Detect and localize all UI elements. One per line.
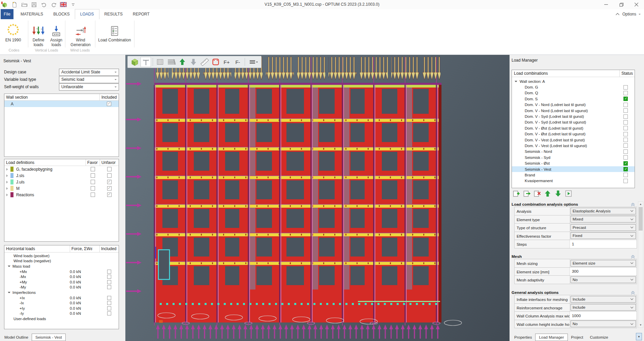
horizontal-load-group-row[interactable]: Imperfections [4, 290, 119, 295]
unfavor-checkbox[interactable] [107, 173, 112, 178]
design-case-select[interactable]: Accidental Limit State [59, 69, 119, 76]
load-definition-row[interactable]: G, facadeopbygning [4, 166, 119, 172]
status-checkbox[interactable] [623, 167, 628, 171]
variable-load-type-select[interactable]: Seismic load [59, 76, 119, 83]
selected-wall-element[interactable] [158, 250, 170, 279]
tab-seismisk-vest[interactable]: Seismisk - Vest [32, 334, 66, 341]
scrollbar-thumb[interactable] [639, 207, 643, 231]
mesh-adaptivity-select[interactable]: No [571, 276, 636, 283]
arrow-down-icon[interactable] [188, 57, 198, 67]
horizontal-load-row[interactable]: +My0.0 kN [4, 279, 119, 285]
status-checkbox[interactable] [623, 138, 628, 142]
included-checkbox[interactable] [107, 270, 111, 274]
combination-group-row[interactable]: Wall section: A [512, 78, 635, 84]
favor-checkbox[interactable] [91, 173, 95, 178]
dimension-toggle-icon[interactable] [141, 57, 151, 67]
font-increase-button[interactable]: F+ [221, 57, 232, 67]
tab-loads[interactable]: LOADS [75, 9, 99, 19]
combination-row[interactable]: Dom. V - Øst (Lodret last til gunst) [512, 125, 635, 131]
ruler-icon[interactable] [199, 57, 210, 67]
favor-checkbox[interactable] [91, 186, 95, 191]
horizontal-load-row[interactable]: +Mx0.0 kN [4, 269, 119, 274]
options-button[interactable]: Options [622, 12, 636, 16]
analysis-select[interactable]: Elastoplastic Analysis [571, 208, 636, 214]
solid-view-cube-icon[interactable] [129, 57, 140, 67]
tab-project[interactable]: Project [568, 334, 587, 341]
expander-icon[interactable] [8, 292, 10, 295]
steps-input[interactable]: 1 [570, 240, 637, 248]
unfavor-checkbox[interactable] [107, 193, 112, 197]
move-up-icon[interactable] [544, 190, 552, 198]
tab-report[interactable]: REPORT [128, 9, 155, 19]
combination-row[interactable]: Brand [512, 172, 635, 178]
combination-row[interactable]: Dom. Q [512, 90, 635, 96]
included-checkbox[interactable] [107, 311, 111, 315]
combination-row[interactable]: Kvasipermanent [512, 178, 635, 184]
wind-generation-button[interactable]: Wind Generation [67, 20, 94, 47]
reinforcement-anchorage-select[interactable]: Include [571, 304, 636, 311]
run-analysis-icon[interactable] [564, 190, 573, 198]
minimize-icon[interactable] [599, 0, 614, 9]
included-checkbox[interactable] [107, 296, 111, 300]
combination-row[interactable]: Dom. V - Syd (Lodret last til ugunst) [512, 120, 635, 125]
assign-loads-button[interactable]: Assign loads [48, 20, 65, 47]
unfavor-checkbox[interactable] [107, 167, 112, 171]
combination-row[interactable]: Dom. V - Vest (Lodret last til gunst) [512, 137, 635, 143]
status-checkbox[interactable] [623, 91, 628, 95]
copy-combination-icon[interactable] [523, 190, 531, 198]
expander-icon[interactable] [6, 181, 9, 183]
status-checkbox[interactable] [623, 126, 628, 130]
expander-icon[interactable] [6, 187, 9, 190]
load-definition-row[interactable]: J.sls [4, 172, 119, 179]
horizontal-load-row[interactable]: -Iy0.0 kN [4, 311, 119, 316]
load-definition-row[interactable]: M [4, 185, 119, 192]
add-combination-icon[interactable] [512, 190, 520, 198]
section-box-icon[interactable] [210, 57, 221, 67]
tab-customize[interactable]: Customize [586, 334, 611, 341]
restore-icon[interactable] [614, 0, 629, 9]
status-checkbox[interactable] [623, 120, 628, 125]
font-decrease-button[interactable]: F- [233, 57, 243, 67]
favor-checkbox[interactable] [91, 167, 95, 171]
combination-row[interactable]: Dom. V - Vest (Lodret last til ugunst) [512, 143, 635, 148]
element-type-select[interactable]: Mixed [571, 216, 636, 223]
horizontal-load-row[interactable]: Wind loads (negative) [4, 259, 119, 264]
status-checkbox[interactable] [623, 161, 628, 166]
self-weight-select[interactable]: Unfavorable [59, 83, 119, 91]
expander-icon[interactable] [8, 266, 10, 268]
status-checkbox[interactable] [623, 179, 628, 183]
model-viewport[interactable]: F+ F- [125, 55, 510, 341]
included-checkbox[interactable] [107, 306, 111, 310]
status-checkbox[interactable] [623, 149, 628, 154]
element-size-input[interactable]: 300 [570, 268, 637, 276]
status-checkbox[interactable] [623, 173, 628, 177]
tab-results[interactable]: RESULTS [99, 9, 128, 19]
collapse-section-icon[interactable] [630, 254, 636, 259]
wall-column-max-width-input[interactable]: 1000 [570, 312, 637, 320]
load-combination-button[interactable]: Load Combination [97, 20, 132, 42]
horizontal-load-group-row[interactable]: Mass load [4, 264, 119, 269]
status-checkbox[interactable] [623, 114, 628, 119]
status-checkbox[interactable] [623, 132, 628, 136]
included-checkbox[interactable] [107, 285, 111, 289]
combination-row[interactable]: Dom. V - Nord (Lodret last til ugunst) [512, 108, 635, 113]
horizontal-load-row[interactable]: Wind loads (positive) [4, 253, 119, 259]
file-menu-button[interactable]: File [1, 9, 13, 19]
options-scrollbar[interactable]: ▲ ▼ [638, 201, 643, 328]
combination-row-selected[interactable]: Seismisk - Vest [512, 166, 635, 172]
move-down-icon[interactable] [554, 190, 562, 198]
tab-blocks[interactable]: BLOCKS [48, 9, 75, 19]
horizontal-load-row[interactable]: +Ix0.0 kN [4, 295, 119, 301]
type-of-structure-select[interactable]: Precast [571, 224, 636, 231]
load-definition-row[interactable]: Reactions [4, 192, 119, 198]
combination-row[interactable]: Seismisk - Øst [512, 160, 635, 166]
unfavor-checkbox[interactable] [107, 180, 112, 184]
horizontal-load-row[interactable]: User-defined loads [4, 316, 119, 321]
expander-icon[interactable] [515, 81, 517, 83]
define-loads-button[interactable]: + = Define loads [30, 20, 47, 47]
included-checkbox[interactable] [107, 280, 111, 284]
distributed-load-icon[interactable] [166, 57, 176, 67]
combination-row[interactable]: Dom. S [512, 96, 635, 102]
tab-load-manager[interactable]: Load Manager [535, 334, 568, 341]
mesh-sizing-select[interactable]: Element size [571, 260, 636, 267]
